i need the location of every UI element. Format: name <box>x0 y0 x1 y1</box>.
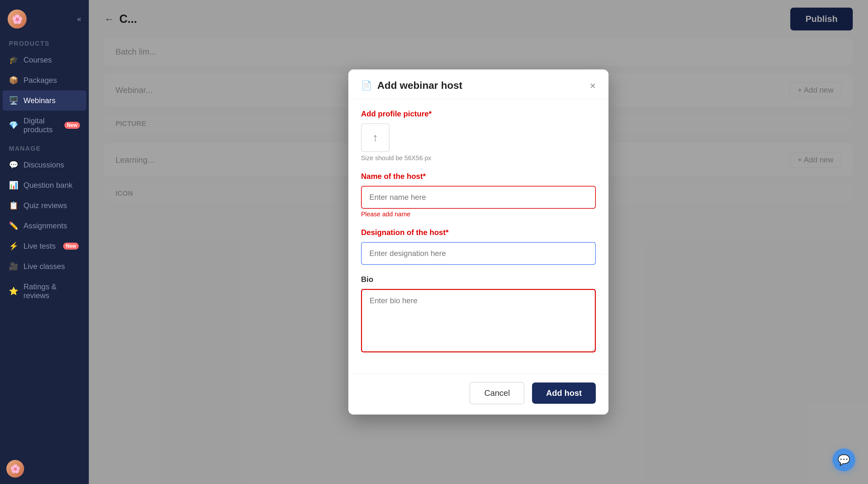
chat-icon: 💬 <box>838 454 850 466</box>
digital-products-new-badge: New <box>64 122 80 129</box>
sidebar-item-quiz-reviews[interactable]: 📋 Quiz reviews <box>0 195 89 216</box>
live-tests-new-badge: New <box>63 243 79 250</box>
modal-body: Add profile picture* ↑ Size should be 56… <box>348 99 609 374</box>
sidebar-header: 🌸 « <box>0 0 89 35</box>
webinars-label: Webinars <box>24 96 56 105</box>
sidebar: 🌸 « PRODUCTS 🎓 Courses 📦 Packages 🖥️ Web… <box>0 0 89 484</box>
modal-footer: Cancel Add host <box>348 374 609 415</box>
sidebar-item-live-tests[interactable]: ⚡ Live tests New <box>0 236 89 256</box>
digital-products-label: Digital products <box>24 117 57 134</box>
name-required-star: * <box>423 172 426 181</box>
cancel-button[interactable]: Cancel <box>469 382 524 405</box>
name-error-message: Please add name <box>361 211 596 218</box>
upload-icon: ↑ <box>372 131 378 144</box>
packages-icon: 📦 <box>9 76 19 85</box>
webinars-icon: 🖥️ <box>9 96 19 105</box>
ratings-icon: ⭐ <box>9 287 19 296</box>
products-section-label: PRODUCTS <box>0 35 89 50</box>
assignments-label: Assignments <box>24 221 67 230</box>
sidebar-item-question-bank[interactable]: 📊 Question bank <box>0 175 89 195</box>
chat-widget-button[interactable]: 💬 <box>833 449 855 471</box>
size-hint: Size should be 56X56 px <box>361 155 596 162</box>
sidebar-item-ratings[interactable]: ⭐ Ratings & reviews <box>0 277 89 306</box>
main-content: ← C... Publish Batch lim... Webinar... +… <box>89 0 868 484</box>
host-name-section: Name of the host* Please add name <box>361 172 596 218</box>
profile-required-star: * <box>429 109 431 118</box>
profile-picture-label: Add profile picture* <box>361 109 596 118</box>
modal-header: 📄 Add webinar host × <box>348 69 609 99</box>
sidebar-item-digital-products[interactable]: 💎 Digital products New <box>0 111 89 140</box>
profile-picture-section: Add profile picture* ↑ Size should be 56… <box>361 109 596 162</box>
collapse-button[interactable]: « <box>77 14 81 24</box>
host-designation-section: Designation of the host* <box>361 228 596 265</box>
question-bank-icon: 📊 <box>9 181 19 190</box>
packages-label: Packages <box>24 76 57 85</box>
quiz-reviews-label: Quiz reviews <box>24 201 67 210</box>
sidebar-footer: 🌸 <box>0 454 89 484</box>
courses-label: Courses <box>24 56 52 64</box>
ratings-label: Ratings & reviews <box>24 282 80 300</box>
host-designation-input[interactable] <box>361 242 596 265</box>
discussions-icon: 💬 <box>9 160 19 169</box>
add-host-button[interactable]: Add host <box>532 383 596 404</box>
live-classes-icon: 🎥 <box>9 262 19 271</box>
logo: 🌸 <box>8 9 27 29</box>
upload-picture-button[interactable]: ↑ <box>361 123 390 152</box>
modal-document-icon: 📄 <box>361 80 372 91</box>
discussions-label: Discussions <box>24 160 64 169</box>
designation-required-star: * <box>446 228 448 236</box>
manage-section-label: MANAGE <box>0 140 89 155</box>
sidebar-item-assignments[interactable]: ✏️ Assignments <box>0 216 89 236</box>
host-designation-label: Designation of the host* <box>361 228 596 237</box>
modal-overlay[interactable]: 📄 Add webinar host × Add profile picture… <box>89 0 868 484</box>
sidebar-item-discussions[interactable]: 💬 Discussions <box>0 155 89 175</box>
host-name-input[interactable] <box>361 186 596 209</box>
modal-close-button[interactable]: × <box>590 80 596 91</box>
sidebar-item-webinars[interactable]: 🖥️ Webinars <box>3 90 86 111</box>
modal-title: Add webinar host <box>377 79 462 91</box>
quiz-reviews-icon: 📋 <box>9 201 19 210</box>
question-bank-label: Question bank <box>24 181 73 190</box>
sidebar-item-courses[interactable]: 🎓 Courses <box>0 50 89 70</box>
user-avatar[interactable]: 🌸 <box>6 460 24 478</box>
host-name-label: Name of the host* <box>361 172 596 181</box>
host-bio-section: Bio <box>361 275 596 354</box>
courses-icon: 🎓 <box>9 56 19 64</box>
modal-header-left: 📄 Add webinar host <box>361 79 462 91</box>
live-tests-icon: ⚡ <box>9 242 19 251</box>
assignments-icon: ✏️ <box>9 221 19 230</box>
sidebar-item-packages[interactable]: 📦 Packages <box>0 70 89 90</box>
host-bio-label: Bio <box>361 275 596 284</box>
host-bio-input[interactable] <box>361 289 596 352</box>
live-classes-label: Live classes <box>24 262 65 271</box>
digital-products-icon: 💎 <box>9 121 19 130</box>
sidebar-item-live-classes[interactable]: 🎥 Live classes <box>0 256 89 277</box>
add-webinar-host-modal: 📄 Add webinar host × Add profile picture… <box>348 69 609 415</box>
live-tests-label: Live tests <box>24 242 56 251</box>
